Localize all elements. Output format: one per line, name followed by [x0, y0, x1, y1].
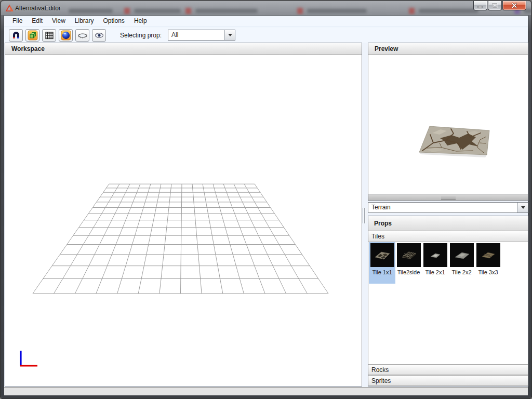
close-button[interactable] — [502, 1, 526, 10]
props-panel: Props Tiles — [368, 216, 528, 387]
tile-label: Tile 2x2 — [448, 269, 475, 275]
cube-mode-button[interactable] — [25, 29, 39, 42]
tile-item-2side[interactable]: Tile2side — [395, 242, 422, 284]
splitter-grip-icon — [441, 196, 456, 200]
toolbar: Selecting prop: All — [4, 28, 528, 43]
terrain-value: Terrain — [368, 203, 517, 212]
eye-open-button[interactable] — [92, 29, 106, 42]
props-header: Props — [368, 216, 528, 231]
selecting-prop-label: Selecting prop: — [120, 32, 162, 39]
tile-label: Tile 1x1 — [369, 269, 395, 275]
right-column: Preview — [368, 43, 528, 387]
grid-toggle-button[interactable] — [42, 29, 56, 42]
preview-panel: Preview — [368, 43, 528, 194]
window-controls — [473, 1, 526, 10]
perspective-grid — [5, 55, 362, 386]
tile-thumbnail — [476, 243, 500, 267]
menu-help[interactable]: Help — [129, 16, 152, 26]
tiles-list: Tile 1x1 Tile2side — [368, 242, 528, 364]
tile-item-2x1[interactable]: Tile 2x1 — [422, 242, 448, 284]
main-area: Workspace Preview — [4, 43, 528, 387]
tile-label: Tile2side — [395, 269, 422, 275]
tile-thumbnail — [450, 243, 474, 267]
maximize-button[interactable] — [488, 1, 502, 10]
app-window: AlternativaEditor File Edit View Library… — [0, 0, 532, 399]
props-title: Props — [374, 220, 392, 227]
tile-item-1x1[interactable]: Tile 1x1 — [369, 242, 395, 284]
preview-tile-render — [368, 55, 528, 194]
menu-options[interactable]: Options — [99, 16, 129, 26]
eye-closed-button[interactable] — [75, 29, 89, 42]
tile-item-2x2[interactable]: Tile 2x2 — [448, 242, 475, 284]
vertical-splitter[interactable] — [363, 208, 367, 223]
sphere-mode-button[interactable] — [59, 29, 73, 42]
preview-title: Preview — [375, 45, 398, 52]
preview-viewport[interactable] — [368, 55, 528, 194]
preview-header: Preview — [368, 43, 528, 55]
workspace-viewport[interactable] — [5, 55, 362, 386]
tile-thumbnail — [370, 243, 394, 267]
dropdown-arrow-icon[interactable] — [224, 30, 235, 40]
workspace-panel: Workspace — [5, 43, 362, 387]
minimize-button[interactable] — [473, 1, 487, 10]
window-title: AlternativaEditor — [15, 5, 61, 12]
menu-edit[interactable]: Edit — [27, 16, 47, 26]
app-logo-icon — [5, 4, 14, 12]
status-bar — [4, 387, 528, 395]
menu-view[interactable]: View — [47, 16, 70, 26]
workspace-header: Workspace — [5, 43, 362, 55]
workspace-title: Workspace — [11, 45, 45, 52]
terrain-dropdown[interactable]: Terrain — [368, 202, 528, 213]
dropdown-arrow-icon[interactable] — [517, 203, 528, 212]
axis-gizmo — [18, 347, 59, 373]
tile-item-3x3[interactable]: Tile 3x3 — [475, 242, 501, 284]
prop-filter-dropdown[interactable]: All — [168, 30, 235, 41]
titlebar[interactable]: AlternativaEditor — [1, 1, 531, 15]
tile-thumbnail — [423, 243, 447, 267]
section-rocks[interactable]: Rocks — [368, 364, 528, 375]
section-tiles[interactable]: Tiles — [368, 231, 528, 242]
client-area: File Edit View Library Options Help — [4, 15, 528, 395]
tile-thumbnail — [397, 243, 421, 267]
prop-filter-value: All — [168, 30, 224, 40]
tile-label: Tile 3x3 — [475, 269, 501, 275]
horizontal-splitter[interactable] — [368, 194, 528, 201]
section-sprites[interactable]: Sprites — [368, 375, 528, 386]
menubar: File Edit View Library Options Help — [4, 16, 528, 27]
background-window-artifacts — [1, 1, 531, 15]
tile-label: Tile 2x1 — [422, 269, 448, 275]
menu-file[interactable]: File — [8, 16, 27, 26]
menu-library[interactable]: Library — [70, 16, 99, 26]
magnet-snap-button[interactable] — [9, 29, 23, 42]
